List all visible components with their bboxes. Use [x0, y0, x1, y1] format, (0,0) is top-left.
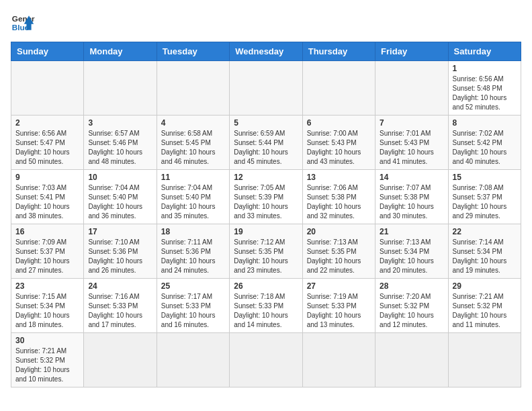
- day-info: Sunrise: 7:20 AMSunset: 5:32 PMDaylight:…: [380, 292, 443, 330]
- calendar-cell: [302, 61, 375, 116]
- calendar-cell: [375, 333, 448, 387]
- day-info: Sunrise: 7:13 AMSunset: 5:34 PMDaylight:…: [380, 238, 443, 275]
- day-info: Sunrise: 7:02 AMSunset: 5:42 PMDaylight:…: [453, 129, 517, 167]
- day-number: 9: [15, 173, 79, 182]
- logo-icon: General Blue: [11, 11, 35, 35]
- calendar-cell: 30Sunrise: 7:21 AMSunset: 5:32 PMDayligh…: [11, 333, 84, 387]
- day-info: Sunrise: 7:15 AMSunset: 5:34 PMDaylight:…: [15, 292, 79, 330]
- day-info: Sunrise: 7:19 AMSunset: 5:33 PMDaylight:…: [307, 292, 371, 330]
- day-number: 2: [15, 118, 79, 128]
- calendar-cell: 8Sunrise: 7:02 AMSunset: 5:42 PMDaylight…: [448, 116, 521, 170]
- calendar-cell: 17Sunrise: 7:10 AMSunset: 5:36 PMDayligh…: [84, 224, 157, 279]
- day-number: 27: [307, 281, 371, 291]
- calendar-cell: [84, 61, 157, 116]
- calendar-cell: 7Sunrise: 7:01 AMSunset: 5:43 PMDaylight…: [375, 116, 448, 170]
- day-number: 18: [161, 227, 225, 236]
- day-info: Sunrise: 6:58 AMSunset: 5:45 PMDaylight:…: [161, 129, 225, 167]
- calendar-cell: 21Sunrise: 7:13 AMSunset: 5:34 PMDayligh…: [375, 224, 448, 279]
- calendar-cell: [84, 333, 157, 387]
- calendar-cell: 5Sunrise: 6:59 AMSunset: 5:44 PMDaylight…: [230, 116, 302, 170]
- calendar-cell: [230, 333, 302, 387]
- day-info: Sunrise: 7:21 AMSunset: 5:32 PMDaylight:…: [453, 292, 517, 330]
- calendar-cell: 27Sunrise: 7:19 AMSunset: 5:33 PMDayligh…: [302, 279, 375, 333]
- calendar-body: 1Sunrise: 6:56 AMSunset: 5:48 PMDaylight…: [11, 61, 521, 387]
- day-info: Sunrise: 7:21 AMSunset: 5:32 PMDaylight:…: [15, 347, 79, 384]
- day-number: 8: [453, 118, 517, 128]
- calendar-cell: 24Sunrise: 7:16 AMSunset: 5:33 PMDayligh…: [84, 279, 157, 333]
- calendar-cell: 4Sunrise: 6:58 AMSunset: 5:45 PMDaylight…: [157, 116, 229, 170]
- day-info: Sunrise: 7:12 AMSunset: 5:35 PMDaylight:…: [234, 238, 298, 275]
- day-info: Sunrise: 7:07 AMSunset: 5:38 PMDaylight:…: [380, 183, 443, 221]
- day-info: Sunrise: 7:00 AMSunset: 5:43 PMDaylight:…: [307, 129, 371, 167]
- day-info: Sunrise: 7:10 AMSunset: 5:36 PMDaylight:…: [88, 238, 152, 275]
- calendar-cell: 9Sunrise: 7:03 AMSunset: 5:41 PMDaylight…: [11, 170, 84, 224]
- page-header: General Blue: [11, 11, 521, 35]
- calendar-header-tuesday: Tuesday: [157, 42, 229, 61]
- day-number: 10: [88, 173, 152, 182]
- day-number: 25: [161, 281, 225, 291]
- day-number: 30: [15, 336, 79, 345]
- day-number: 14: [380, 173, 443, 182]
- calendar-cell: 15Sunrise: 7:08 AMSunset: 5:37 PMDayligh…: [448, 170, 521, 224]
- calendar-cell: 20Sunrise: 7:13 AMSunset: 5:35 PMDayligh…: [302, 224, 375, 279]
- day-number: 17: [88, 227, 152, 236]
- day-number: 22: [453, 227, 517, 236]
- calendar-cell: 18Sunrise: 7:11 AMSunset: 5:36 PMDayligh…: [157, 224, 229, 279]
- calendar-cell: 3Sunrise: 6:57 AMSunset: 5:46 PMDaylight…: [84, 116, 157, 170]
- day-info: Sunrise: 6:59 AMSunset: 5:44 PMDaylight:…: [234, 129, 298, 167]
- calendar-cell: [302, 333, 375, 387]
- calendar-cell: 12Sunrise: 7:05 AMSunset: 5:39 PMDayligh…: [230, 170, 302, 224]
- calendar-week-2: 2Sunrise: 6:56 AMSunset: 5:47 PMDaylight…: [11, 116, 521, 170]
- logo: General Blue: [11, 11, 35, 35]
- day-info: Sunrise: 7:08 AMSunset: 5:37 PMDaylight:…: [453, 183, 517, 221]
- day-info: Sunrise: 7:01 AMSunset: 5:43 PMDaylight:…: [380, 129, 443, 167]
- calendar-table: SundayMondayTuesdayWednesdayThursdayFrid…: [11, 42, 521, 387]
- calendar-cell: [157, 61, 229, 116]
- calendar-cell: 26Sunrise: 7:18 AMSunset: 5:33 PMDayligh…: [230, 279, 302, 333]
- calendar-week-3: 9Sunrise: 7:03 AMSunset: 5:41 PMDaylight…: [11, 170, 521, 224]
- day-number: 11: [161, 173, 225, 182]
- calendar-header-saturday: Saturday: [448, 42, 521, 61]
- calendar-cell: [11, 61, 84, 116]
- calendar-cell: [230, 61, 302, 116]
- calendar-header-monday: Monday: [84, 42, 157, 61]
- calendar-cell: 6Sunrise: 7:00 AMSunset: 5:43 PMDaylight…: [302, 116, 375, 170]
- calendar-header-friday: Friday: [375, 42, 448, 61]
- calendar-cell: 25Sunrise: 7:17 AMSunset: 5:33 PMDayligh…: [157, 279, 229, 333]
- day-number: 3: [88, 118, 152, 128]
- day-number: 20: [307, 227, 371, 236]
- calendar-cell: 13Sunrise: 7:06 AMSunset: 5:38 PMDayligh…: [302, 170, 375, 224]
- day-number: 29: [453, 281, 517, 291]
- day-number: 24: [88, 281, 152, 291]
- calendar-header-row: SundayMondayTuesdayWednesdayThursdayFrid…: [11, 42, 521, 61]
- calendar-cell: [448, 333, 521, 387]
- calendar-cell: 29Sunrise: 7:21 AMSunset: 5:32 PMDayligh…: [448, 279, 521, 333]
- day-number: 12: [234, 173, 298, 182]
- day-info: Sunrise: 7:05 AMSunset: 5:39 PMDaylight:…: [234, 183, 298, 221]
- calendar-cell: 28Sunrise: 7:20 AMSunset: 5:32 PMDayligh…: [375, 279, 448, 333]
- day-info: Sunrise: 7:16 AMSunset: 5:33 PMDaylight:…: [88, 292, 152, 330]
- day-info: Sunrise: 7:17 AMSunset: 5:33 PMDaylight:…: [161, 292, 225, 330]
- day-info: Sunrise: 7:14 AMSunset: 5:34 PMDaylight:…: [453, 238, 517, 275]
- calendar-cell: 14Sunrise: 7:07 AMSunset: 5:38 PMDayligh…: [375, 170, 448, 224]
- day-number: 7: [380, 118, 443, 128]
- day-number: 28: [380, 281, 443, 291]
- calendar-cell: 10Sunrise: 7:04 AMSunset: 5:40 PMDayligh…: [84, 170, 157, 224]
- day-info: Sunrise: 7:03 AMSunset: 5:41 PMDaylight:…: [15, 183, 79, 221]
- calendar-cell: 16Sunrise: 7:09 AMSunset: 5:37 PMDayligh…: [11, 224, 84, 279]
- day-number: 15: [453, 173, 517, 182]
- day-number: 13: [307, 173, 371, 182]
- calendar-cell: [157, 333, 229, 387]
- day-number: 16: [15, 227, 79, 236]
- calendar-header-thursday: Thursday: [302, 42, 375, 61]
- calendar-cell: 11Sunrise: 7:04 AMSunset: 5:40 PMDayligh…: [157, 170, 229, 224]
- day-info: Sunrise: 7:11 AMSunset: 5:36 PMDaylight:…: [161, 238, 225, 275]
- day-number: 19: [234, 227, 298, 236]
- calendar-cell: [375, 61, 448, 116]
- day-info: Sunrise: 6:57 AMSunset: 5:46 PMDaylight:…: [88, 129, 152, 167]
- calendar-cell: 2Sunrise: 6:56 AMSunset: 5:47 PMDaylight…: [11, 116, 84, 170]
- day-number: 1: [453, 64, 517, 73]
- day-number: 6: [307, 118, 371, 128]
- day-number: 5: [234, 118, 298, 128]
- calendar-header-sunday: Sunday: [11, 42, 84, 61]
